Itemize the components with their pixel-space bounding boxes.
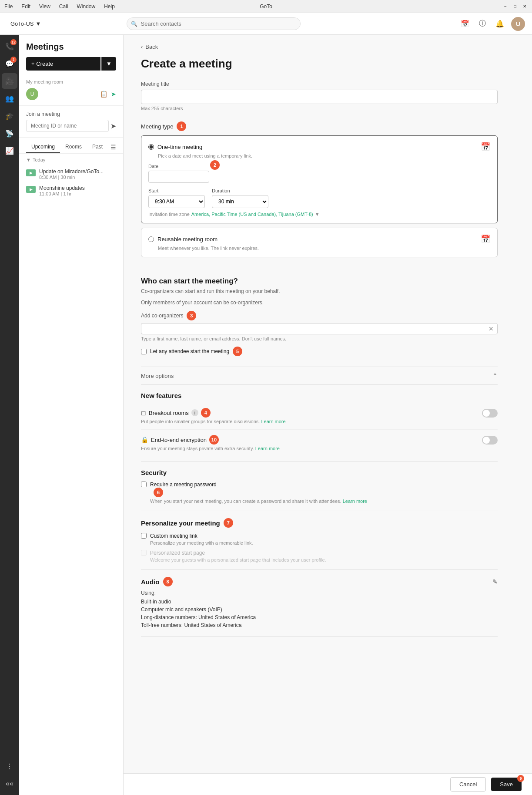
join-input[interactable] bbox=[26, 120, 109, 132]
one-time-radio[interactable] bbox=[148, 144, 154, 150]
one-time-card[interactable]: One-time meeting 📅 Pick a date and meet … bbox=[141, 135, 498, 223]
step4-badge: 4 bbox=[201, 408, 211, 418]
timezone-dropdown-icon[interactable]: ▼ bbox=[315, 212, 320, 217]
video-icon[interactable]: 🎥 bbox=[2, 73, 17, 89]
menu-call[interactable]: Call bbox=[59, 3, 68, 10]
tab-upcoming[interactable]: Upcoming bbox=[26, 141, 60, 153]
step5-badge: 5 bbox=[233, 347, 242, 356]
security-learn-more[interactable]: Learn more bbox=[343, 499, 367, 504]
breakout-rooms-label: ◻ Breakout rooms i 4 bbox=[141, 408, 482, 418]
co-org-input-row: ✕ bbox=[141, 323, 498, 334]
menu-help[interactable]: Help bbox=[104, 3, 115, 10]
e2e-learn-more[interactable]: Learn more bbox=[255, 446, 280, 451]
window-controls[interactable]: − □ ✕ bbox=[502, 3, 528, 10]
co-org-clear-button[interactable]: ✕ bbox=[489, 325, 494, 332]
meeting-type-section: Meeting type 1 One-time meeting 📅 Pick a… bbox=[141, 121, 498, 257]
collapse-today-icon[interactable]: ▼ bbox=[26, 157, 31, 162]
date-field: Date 12/01/2023 bbox=[148, 164, 209, 183]
calendar-icon[interactable]: 📅 bbox=[459, 18, 471, 30]
create-dropdown-button[interactable]: ▼ bbox=[101, 57, 116, 71]
contacts-icon[interactable]: 👥 bbox=[2, 91, 17, 106]
maximize-btn[interactable]: □ bbox=[512, 3, 518, 10]
menu-window[interactable]: Window bbox=[77, 3, 96, 10]
breakout-info-icon[interactable]: i bbox=[191, 409, 198, 416]
e2e-encryption-row: 🔒 End-to-end encryption 10 Ensure your m… bbox=[141, 431, 498, 455]
date-input[interactable]: 12/01/2023 bbox=[148, 171, 209, 183]
main-content: ‹ Back Create a meeting Meeting title Ma… bbox=[124, 35, 532, 795]
cancel-button[interactable]: Cancel bbox=[450, 777, 486, 792]
create-button[interactable]: + Create bbox=[26, 57, 100, 71]
step9-badge: 9 bbox=[517, 775, 524, 782]
breakout-rooms-toggle[interactable] bbox=[482, 409, 498, 418]
audio-item-longdistance: Long-distance numbers: United States of … bbox=[141, 613, 498, 621]
start-meeting-icon[interactable]: ➤ bbox=[111, 91, 116, 98]
audio-title: Audio 8 bbox=[141, 577, 173, 586]
timezone-label: Invitation time zone bbox=[148, 212, 190, 217]
require-password-checkbox[interactable] bbox=[141, 482, 147, 487]
tab-past[interactable]: Past bbox=[87, 141, 108, 153]
reusable-radio[interactable] bbox=[148, 236, 154, 242]
meeting-info: Update on Miradore/GoTo... 8:30 AM | 30 … bbox=[39, 168, 116, 180]
timezone-link[interactable]: America, Pacific Time (US and Canada), T… bbox=[191, 212, 313, 217]
start-select[interactable]: 9:30 AM bbox=[148, 195, 205, 208]
back-button[interactable]: ‹ Back bbox=[141, 44, 158, 50]
who-can-start-title: Who can start the meeting? bbox=[141, 277, 498, 286]
reusable-card[interactable]: Reusable meeting room 📅 Meet whenever yo… bbox=[141, 228, 498, 257]
breakout-learn-more[interactable]: Learn more bbox=[261, 419, 285, 424]
apps-icon[interactable]: ⋮ bbox=[2, 758, 17, 774]
custom-link-checkbox[interactable] bbox=[141, 533, 147, 539]
copy-link-icon[interactable]: 📋 bbox=[100, 91, 107, 98]
audio-edit-icon[interactable]: ✎ bbox=[492, 578, 498, 585]
meeting-title-input[interactable] bbox=[141, 90, 498, 104]
let-attendee-checkbox[interactable] bbox=[141, 349, 147, 354]
audio-using: Using: bbox=[141, 590, 498, 596]
step3-badge: 3 bbox=[187, 311, 196, 320]
close-btn[interactable]: ✕ bbox=[522, 3, 528, 10]
region-selector[interactable]: GoTo-US ▼ bbox=[7, 19, 44, 29]
meeting-tabs: Upcoming Rooms Past ☰ bbox=[19, 138, 123, 154]
save-button[interactable]: Save 9 bbox=[491, 778, 522, 791]
co-org-label: Add co-organizers 3 bbox=[141, 311, 498, 320]
reusable-label: Reusable meeting room bbox=[148, 236, 217, 243]
search-icon: 🔍 bbox=[131, 21, 137, 27]
duration-field: Duration 30 min bbox=[212, 188, 268, 208]
chat-icon[interactable]: 💬 1 bbox=[2, 56, 17, 71]
reusable-desc: Meet whenever you like. The link never e… bbox=[158, 246, 490, 251]
join-button[interactable]: ➤ bbox=[110, 122, 116, 130]
new-features-title: New features bbox=[141, 392, 498, 399]
back-arrow-icon: ‹ bbox=[141, 44, 143, 50]
co-org-input[interactable] bbox=[145, 326, 489, 332]
my-meeting-room: My meeting room U 📋 ➤ bbox=[19, 74, 123, 106]
meeting-name: Update on Miradore/GoTo... bbox=[39, 168, 116, 175]
filter-icon[interactable]: ☰ bbox=[108, 141, 119, 153]
search-input[interactable] bbox=[127, 17, 301, 30]
reusable-radio-row: Reusable meeting room 📅 bbox=[148, 234, 490, 244]
training-icon[interactable]: 🎓 bbox=[2, 108, 17, 124]
tab-rooms[interactable]: Rooms bbox=[60, 141, 87, 153]
menu-file[interactable]: File bbox=[4, 3, 13, 10]
webinar-icon[interactable]: 📡 bbox=[2, 125, 17, 141]
menu-edit[interactable]: Edit bbox=[21, 3, 30, 10]
duration-label: Duration bbox=[212, 188, 268, 193]
help-icon[interactable]: ⓘ bbox=[476, 18, 489, 30]
list-item[interactable]: ▶ Moonshine updates 11:00 AM | 1 hr bbox=[26, 182, 116, 199]
notification-icon[interactable]: 🔔 bbox=[494, 18, 506, 30]
e2e-toggle[interactable] bbox=[482, 436, 498, 445]
phone-icon[interactable]: 📞 12 bbox=[2, 38, 17, 54]
meeting-type-text: Meeting type bbox=[141, 123, 173, 130]
minimize-btn[interactable]: − bbox=[502, 3, 509, 10]
audio-section: Audio 8 ✎ Using: Built-in audio Computer… bbox=[141, 570, 498, 637]
save-label: Save bbox=[500, 781, 513, 788]
breakout-rooms-desc: Put people into smaller groups for separ… bbox=[141, 419, 482, 424]
list-item[interactable]: ▶ Update on Miradore/GoTo... 8:30 AM | 3… bbox=[26, 166, 116, 182]
avatar[interactable]: U bbox=[511, 17, 525, 31]
e2e-label: 🔒 End-to-end encryption 10 bbox=[141, 435, 482, 445]
collapse-icon[interactable]: «« bbox=[2, 776, 17, 792]
more-options-header[interactable]: More options ⌃ bbox=[141, 367, 498, 385]
analytics-icon[interactable]: 📈 bbox=[2, 143, 17, 158]
menu-view[interactable]: View bbox=[39, 3, 50, 10]
security-title: Security bbox=[141, 469, 498, 476]
duration-select[interactable]: 30 min bbox=[212, 195, 268, 208]
require-password-desc: When you start your next meeting, you ca… bbox=[150, 499, 367, 504]
meeting-type-label: Meeting type 1 bbox=[141, 121, 498, 131]
